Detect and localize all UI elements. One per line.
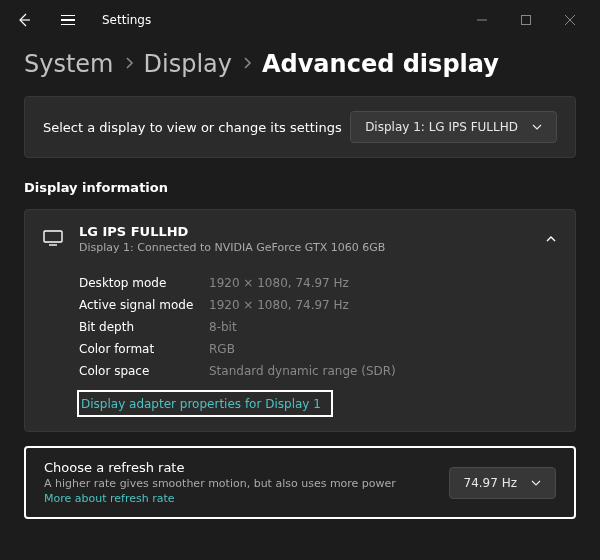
breadcrumb-system[interactable]: System xyxy=(24,50,114,78)
menu-icon[interactable] xyxy=(52,4,84,36)
info-value: 8-bit xyxy=(209,320,237,334)
close-button[interactable] xyxy=(548,4,592,36)
chevron-down-icon xyxy=(532,123,542,131)
info-label: Active signal mode xyxy=(79,298,209,312)
refresh-rate-description: A higher rate gives smoother motion, but… xyxy=(44,477,433,490)
svg-rect-0 xyxy=(522,16,531,25)
refresh-rate-dropdown[interactable]: 74.97 Hz xyxy=(449,467,557,499)
breadcrumb: System Display Advanced display xyxy=(0,40,600,96)
refresh-rate-title: Choose a refresh rate xyxy=(44,460,433,475)
display-selector-value: Display 1: LG IPS FULLHD xyxy=(365,120,518,134)
maximize-button[interactable] xyxy=(504,4,548,36)
chevron-down-icon xyxy=(531,479,541,487)
info-label: Bit depth xyxy=(79,320,209,334)
display-connection: Display 1: Connected to NVIDIA GeForce G… xyxy=(79,241,529,254)
breadcrumb-current: Advanced display xyxy=(262,50,499,78)
refresh-rate-value: 74.97 Hz xyxy=(464,476,518,490)
svg-rect-1 xyxy=(44,231,62,242)
info-label: Desktop mode xyxy=(79,276,209,290)
select-display-label: Select a display to view or change its s… xyxy=(43,120,342,135)
breadcrumb-display[interactable]: Display xyxy=(144,50,232,78)
info-row-desktop-mode: Desktop mode 1920 × 1080, 74.97 Hz xyxy=(79,272,557,294)
display-info-details: Desktop mode 1920 × 1080, 74.97 Hz Activ… xyxy=(25,268,575,431)
select-display-panel: Select a display to view or change its s… xyxy=(24,96,576,158)
display-adapter-properties-link[interactable]: Display adapter properties for Display 1 xyxy=(81,397,321,411)
chevron-right-icon xyxy=(124,55,134,74)
info-row-color-format: Color format RGB xyxy=(79,338,557,360)
info-label: Color space xyxy=(79,364,209,378)
info-row-bit-depth: Bit depth 8-bit xyxy=(79,316,557,338)
info-row-active-signal: Active signal mode 1920 × 1080, 74.97 Hz xyxy=(79,294,557,316)
info-value: Standard dynamic range (SDR) xyxy=(209,364,396,378)
display-selector-dropdown[interactable]: Display 1: LG IPS FULLHD xyxy=(350,111,557,143)
info-value: 1920 × 1080, 74.97 Hz xyxy=(209,298,349,312)
refresh-rate-card: Choose a refresh rate A higher rate give… xyxy=(24,446,576,519)
section-display-information: Display information xyxy=(24,180,576,195)
monitor-icon xyxy=(43,230,63,249)
display-info-card: LG IPS FULLHD Display 1: Connected to NV… xyxy=(24,209,576,432)
back-button[interactable] xyxy=(8,4,40,36)
chevron-up-icon xyxy=(545,232,557,247)
refresh-rate-more-link[interactable]: More about refresh rate xyxy=(44,492,433,505)
info-label: Color format xyxy=(79,342,209,356)
display-info-header[interactable]: LG IPS FULLHD Display 1: Connected to NV… xyxy=(25,210,575,268)
chevron-right-icon xyxy=(242,55,252,74)
info-value: RGB xyxy=(209,342,235,356)
minimize-button[interactable] xyxy=(460,4,504,36)
info-row-color-space: Color space Standard dynamic range (SDR) xyxy=(79,360,557,382)
display-name: LG IPS FULLHD xyxy=(79,224,529,239)
info-value: 1920 × 1080, 74.97 Hz xyxy=(209,276,349,290)
window-title: Settings xyxy=(102,13,151,27)
